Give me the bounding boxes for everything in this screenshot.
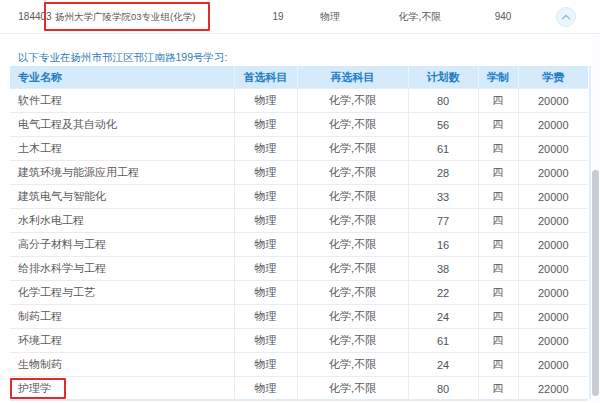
first-subject-cell: 物理	[234, 233, 297, 257]
specialty-name-cell: 电气工程及其自动化	[10, 113, 234, 137]
plan-count-cell: 16	[408, 233, 478, 257]
specialty-name-cell: 制药工程	[10, 305, 234, 329]
chevron-up-icon	[561, 14, 571, 20]
first-subject-cell: 物理	[234, 305, 297, 329]
group-second-subject: 化学,不限	[380, 0, 460, 33]
plan-count-cell: 80	[408, 89, 478, 113]
table-row: 水利水电工程物理化学,不限77四20000	[10, 209, 588, 233]
fee-cell: 20000	[518, 89, 588, 113]
first-subject-cell: 物理	[234, 353, 297, 377]
campus-note: 以下专业在扬州市邗江区邗江南路199号学习:	[18, 51, 227, 65]
fee-cell: 20000	[518, 257, 588, 281]
plan-count-cell: 77	[408, 209, 478, 233]
group-name: 扬州大学广陵学院03专业组(化学)	[55, 11, 195, 22]
scrollbar-thumb[interactable]	[592, 170, 599, 396]
table-row: 化学工程与工艺物理化学,不限22四20000	[10, 281, 588, 305]
specialty-name-cell: 建筑环境与能源应用工程	[10, 161, 234, 185]
second-subject-cell: 化学,不限	[297, 305, 408, 329]
fee-cell: 20000	[518, 113, 588, 137]
plan-count-cell: 24	[408, 353, 478, 377]
second-subject-cell: 化学,不限	[297, 161, 408, 185]
duration-cell: 四	[478, 305, 518, 329]
duration-cell: 四	[478, 353, 518, 377]
table-row: 土木工程物理化学,不限61四20000	[10, 137, 588, 161]
fee-cell: 20000	[518, 209, 588, 233]
fee-cell: 20000	[518, 137, 588, 161]
header-fee: 学费	[518, 66, 588, 89]
table-row: 软件工程物理化学,不限80四20000	[10, 89, 588, 113]
plan-count-cell: 56	[408, 113, 478, 137]
fee-cell: 20000	[518, 281, 588, 305]
collapse-button[interactable]	[556, 7, 576, 27]
specialty-name-cell: 建筑电气与智能化	[10, 185, 234, 209]
table-row: 高分子材料与工程物理化学,不限16四20000	[10, 233, 588, 257]
fee-cell: 20000	[518, 233, 588, 257]
second-subject-cell: 化学,不限	[297, 113, 408, 137]
duration-cell: 四	[478, 257, 518, 281]
plan-count-cell: 24	[408, 305, 478, 329]
first-subject-cell: 物理	[234, 257, 297, 281]
specialty-name-cell: 水利水电工程	[10, 209, 234, 233]
second-subject-cell: 化学,不限	[297, 137, 408, 161]
duration-cell: 四	[478, 209, 518, 233]
header-second-subject: 再选科目	[297, 66, 408, 89]
first-subject-cell: 物理	[234, 113, 297, 137]
table-row: 给排水科学与工程物理化学,不限38四20000	[10, 257, 588, 281]
fee-cell: 20000	[518, 305, 588, 329]
duration-cell: 四	[478, 161, 518, 185]
specialty-name-cell: 环境工程	[10, 329, 234, 353]
fee-cell: 22000	[518, 377, 588, 401]
table-row: 建筑电气与智能化物理化学,不限33四20000	[10, 185, 588, 209]
fee-cell: 20000	[518, 185, 588, 209]
table-header-row: 专业名称 首选科目 再选科目 计划数 学制 学费	[10, 66, 588, 89]
duration-cell: 四	[478, 113, 518, 137]
plan-count-cell: 61	[408, 137, 478, 161]
panel-bottom-border	[10, 399, 588, 401]
table-right-edge	[589, 66, 591, 399]
table-row: 生物制药物理化学,不限24四20000	[10, 353, 588, 377]
second-subject-cell: 化学,不限	[297, 89, 408, 113]
second-subject-cell: 化学,不限	[297, 377, 408, 401]
specialty-name-cell: 土木工程	[10, 137, 234, 161]
group-score: 940	[463, 0, 543, 33]
duration-cell: 四	[478, 89, 518, 113]
duration-cell: 四	[478, 377, 518, 401]
fee-cell: 20000	[518, 161, 588, 185]
table-row: 电气工程及其自动化物理化学,不限56四20000	[10, 113, 588, 137]
specialty-name-cell: 高分子材料与工程	[10, 233, 234, 257]
duration-cell: 四	[478, 281, 518, 305]
plan-count-cell: 61	[408, 329, 478, 353]
fee-cell: 20000	[518, 329, 588, 353]
header-duration: 学制	[478, 66, 518, 89]
duration-cell: 四	[478, 329, 518, 353]
nursing-annotation-box: 护理学	[10, 378, 66, 399]
first-subject-cell: 物理	[234, 161, 297, 185]
first-subject-cell: 物理	[234, 329, 297, 353]
second-subject-cell: 化学,不限	[297, 233, 408, 257]
specialty-name-cell: 生物制药	[10, 353, 234, 377]
plan-count-cell: 22	[408, 281, 478, 305]
header-first-subject: 首选科目	[234, 66, 297, 89]
first-subject-cell: 物理	[234, 209, 297, 233]
specialty-name-cell: 给排水科学与工程	[10, 257, 234, 281]
table-row: 护理学物理化学,不限80四22000	[10, 377, 588, 401]
first-subject-cell: 物理	[234, 281, 297, 305]
group-name-annotation-box: 扬州大学广陵学院03专业组(化学)	[44, 2, 210, 31]
header-specialty-name: 专业名称	[10, 66, 234, 89]
specialty-name-cell: 护理学	[10, 377, 234, 401]
first-subject-cell: 物理	[234, 377, 297, 401]
header-plan-count: 计划数	[408, 66, 478, 89]
second-subject-cell: 化学,不限	[297, 329, 408, 353]
first-subject-cell: 物理	[234, 89, 297, 113]
specialty-table: 专业名称 首选科目 再选科目 计划数 学制 学费 软件工程物理化学,不限80四2…	[10, 66, 588, 401]
specialty-table-body: 软件工程物理化学,不限80四20000电气工程及其自动化物理化学,不限56四20…	[10, 89, 588, 401]
second-subject-cell: 化学,不限	[297, 185, 408, 209]
table-row: 环境工程物理化学,不限61四20000	[10, 329, 588, 353]
second-subject-cell: 化学,不限	[297, 257, 408, 281]
table-row: 制药工程物理化学,不限24四20000	[10, 305, 588, 329]
first-subject-cell: 物理	[234, 185, 297, 209]
plan-count-cell: 28	[408, 161, 478, 185]
group-header-row: 184403 扬州大学广陵学院03专业组(化学) 19 物理 化学,不限 940	[0, 0, 600, 34]
first-subject-cell: 物理	[234, 137, 297, 161]
second-subject-cell: 化学,不限	[297, 209, 408, 233]
